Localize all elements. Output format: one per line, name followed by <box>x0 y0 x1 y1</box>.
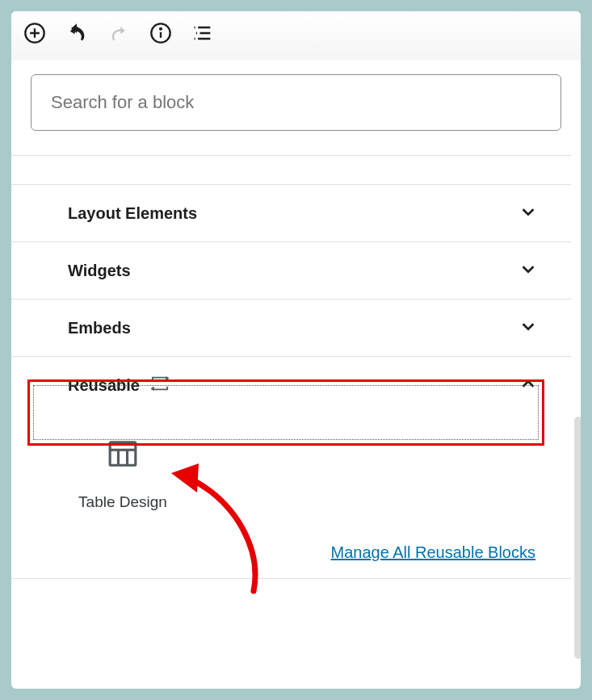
chevron-down-icon <box>519 317 537 338</box>
scrollbar[interactable] <box>574 417 581 659</box>
category-label: Layout Elements <box>68 204 197 223</box>
undo-button[interactable] <box>65 21 89 45</box>
category-row-partial <box>11 155 571 184</box>
block-search-input[interactable] <box>31 74 561 131</box>
editor-toolbar <box>11 11 581 60</box>
add-block-button[interactable] <box>23 21 47 45</box>
svg-rect-12 <box>110 442 136 466</box>
manage-reusable-blocks-link[interactable]: Manage All Reusable Blocks <box>331 543 535 561</box>
redo-button[interactable] <box>107 21 131 45</box>
block-categories: Layout Elements Widgets Embeds Re <box>11 155 581 579</box>
block-inserter-panel: Layout Elements Widgets Embeds Re <box>11 11 581 689</box>
block-item-table-design[interactable]: Table Design <box>58 438 187 511</box>
chevron-down-icon <box>519 203 537 224</box>
category-label-text: Reusable <box>68 376 140 395</box>
block-item-label: Table Design <box>78 493 167 511</box>
chevron-down-icon <box>519 260 537 281</box>
reusable-blocks-grid: Table Design <box>11 414 571 511</box>
category-reusable[interactable]: Reusable <box>11 356 571 414</box>
manage-link-wrap: Manage All Reusable Blocks <box>11 511 571 579</box>
category-layout-elements[interactable]: Layout Elements <box>11 184 571 241</box>
table-icon <box>107 438 138 472</box>
category-embeds[interactable]: Embeds <box>11 299 571 356</box>
category-label: Embeds <box>68 319 131 337</box>
category-label: Widgets <box>68 262 131 280</box>
category-widgets[interactable]: Widgets <box>11 241 571 299</box>
outline-button[interactable] <box>191 21 215 45</box>
reusable-icon <box>151 375 169 396</box>
search-wrap <box>11 60 581 131</box>
category-label: Reusable <box>68 375 169 396</box>
svg-point-5 <box>160 28 162 30</box>
chevron-up-icon <box>519 375 537 396</box>
info-button[interactable] <box>149 21 173 45</box>
